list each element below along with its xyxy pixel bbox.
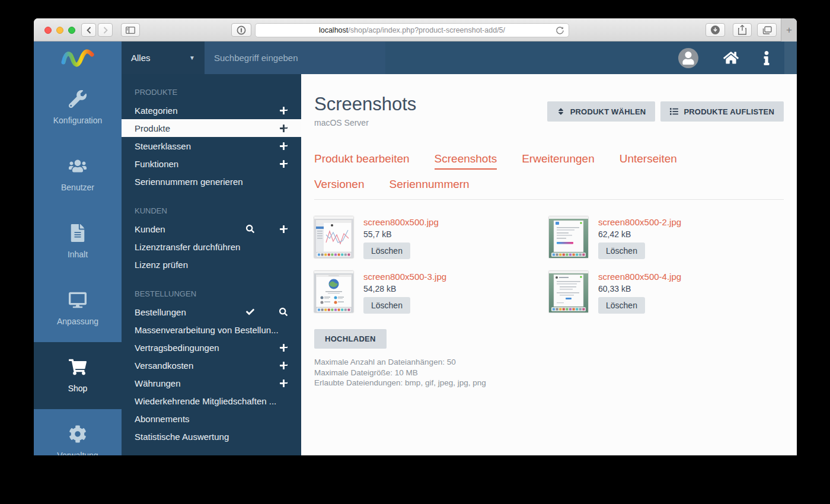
menu-section-title-produkte: PRODUKTE	[122, 84, 301, 101]
check-icon[interactable]	[245, 308, 255, 316]
plus-icon[interactable]	[279, 124, 288, 133]
plus-icon[interactable]	[279, 142, 288, 151]
menu-item-produkte[interactable]: Produkte	[122, 119, 301, 137]
menu-item-massenverarbeitung-von-bestellun[interactable]: Massenverarbeitung von Bestellun...	[122, 321, 301, 339]
monitor-icon	[69, 291, 87, 309]
sidebar-toggle-button[interactable]	[121, 23, 140, 37]
screenshot-filename-link[interactable]: screen800x500-4.jpg	[598, 271, 681, 282]
user-icon	[682, 52, 694, 65]
tabs-overview-button[interactable]	[757, 23, 777, 37]
home-icon[interactable]	[723, 51, 739, 65]
menu-item-kunden[interactable]: Kunden	[122, 220, 301, 238]
tab-produkt-bearbeiten[interactable]: Produkt bearbeiten	[314, 152, 410, 170]
acp-body: Konfiguration Benutzer Inhalt Anpassung …	[34, 74, 797, 455]
sidebar-item-anpassung[interactable]: Anpassung	[34, 275, 122, 342]
url-field[interactable]: localhost/shop/acp/index.php?product-scr…	[255, 23, 569, 37]
menu-item-label: Statistische Auswertung	[135, 432, 283, 442]
menu-item-label: Abonnements	[135, 414, 283, 424]
menu-item-label: Lizenz prüfen	[135, 260, 283, 270]
produkt-w-hlen-button[interactable]: PRODUKT WÄHLEN	[547, 101, 656, 122]
upload-button[interactable]: HOCHLADEN	[314, 329, 387, 349]
delete-button[interactable]: Löschen	[363, 297, 410, 314]
plus-icon[interactable]	[279, 379, 288, 388]
plus-icon[interactable]	[279, 106, 288, 115]
tab-erweiterungen[interactable]: Erweiterungen	[522, 152, 595, 170]
page-title: Screenshots	[314, 93, 416, 116]
search-input[interactable]	[205, 42, 385, 74]
reload-icon[interactable]	[556, 26, 564, 35]
screenshot-item: screen800x500-2.jpg 62,42 kB Löschen	[549, 216, 784, 259]
plus-icon[interactable]	[279, 361, 288, 370]
password-extension-button[interactable]	[231, 23, 251, 37]
info-icon[interactable]	[764, 51, 770, 65]
search-box	[205, 42, 385, 74]
delete-button[interactable]: Löschen	[598, 297, 645, 314]
delete-button[interactable]: Löschen	[363, 243, 410, 259]
menu-sidebar: PRODUKTE Kategorien Produkte Steuerklass…	[122, 74, 301, 455]
search-icon	[246, 225, 254, 233]
downloads-button[interactable]	[706, 23, 725, 37]
menu-item-abonnements[interactable]: Abonnements	[122, 410, 301, 428]
screenshot-thumbnail[interactable]	[549, 216, 588, 258]
plus-icon[interactable]	[279, 343, 288, 352]
share-button[interactable]	[733, 23, 752, 37]
user-avatar[interactable]	[678, 48, 698, 68]
page-scrollbar-track[interactable]	[784, 42, 797, 74]
search-scope-dropdown[interactable]: Alles ▼	[122, 42, 205, 74]
menu-item-steuerklassen[interactable]: Steuerklassen	[122, 137, 301, 155]
search-icon[interactable]	[279, 308, 288, 316]
menu-item-vertragsbedingungen[interactable]: Vertragsbedingungen	[122, 339, 301, 356]
tab-seriennummern[interactable]: Seriennummern	[390, 178, 470, 194]
sidebar-item-konfiguration[interactable]: Konfiguration	[34, 74, 122, 141]
search-icon[interactable]	[245, 225, 255, 234]
document-icon	[69, 224, 87, 242]
menu-item-kategorien[interactable]: Kategorien	[122, 101, 301, 119]
minimize-window-button[interactable]	[56, 27, 63, 34]
screenshot-thumbnail[interactable]	[549, 271, 588, 312]
new-tab-button[interactable]: +	[781, 18, 797, 42]
back-button[interactable]	[81, 23, 96, 37]
menu-section-title-bestellungen: BESTELLUNGEN	[122, 285, 301, 303]
menu-item-lizenz-pr-fen[interactable]: Lizenz prüfen	[122, 256, 301, 273]
sidebar-icon	[126, 27, 135, 34]
upload-info-line: Maximale Dateigröße: 10 MB	[314, 368, 784, 378]
menu-item-label: Bestellungen	[135, 307, 241, 317]
screenshot-filename-link[interactable]: screen800x500.jpg	[363, 216, 439, 228]
screenshot-filename-link[interactable]: screen800x500-2.jpg	[598, 216, 681, 228]
plus-icon[interactable]	[279, 225, 288, 234]
sidebar-item-verwaltung[interactable]: Verwaltung	[34, 409, 122, 455]
close-window-button[interactable]	[44, 27, 52, 34]
tab-screenshots[interactable]: Screenshots	[435, 152, 497, 170]
url-host: localhost	[319, 26, 348, 34]
screenshot-info: screen800x500-2.jpg 62,42 kB Löschen	[598, 216, 681, 259]
menu-item-versandkosten[interactable]: Versandkosten	[122, 356, 301, 374]
tab-versionen[interactable]: Versionen	[314, 178, 365, 194]
zoom-window-button[interactable]	[68, 27, 75, 34]
button-label: PRODUKTE AUFLISTEN	[684, 107, 774, 116]
sidebar-item-benutzer[interactable]: Benutzer	[34, 141, 122, 208]
sidebar-item-inhalt[interactable]: Inhalt	[34, 208, 122, 275]
menu-item-seriennummern-generieren[interactable]: Seriennummern generieren	[122, 173, 301, 190]
menu-item-w-hrungen[interactable]: Währungen	[122, 374, 301, 392]
tab-unterseiten[interactable]: Unterseiten	[620, 152, 677, 170]
produkte-auflisten-button[interactable]: PRODUKTE AUFLISTEN	[660, 101, 784, 122]
screenshot-thumbnail[interactable]	[314, 216, 353, 258]
search-icon	[279, 308, 288, 316]
list-icon	[670, 107, 678, 116]
menu-item-label: Währungen	[135, 378, 274, 388]
acp-logo[interactable]	[34, 42, 122, 74]
forward-button[interactable]	[98, 23, 113, 37]
menu-item-funktionen[interactable]: Funktionen	[122, 155, 301, 173]
menu-item-wiederkehrende-mitgliedschaften[interactable]: Wiederkehrende Mitgliedschaften ...	[122, 392, 301, 410]
menu-item-bestellungen[interactable]: Bestellungen	[122, 303, 301, 321]
screenshot-thumbnail[interactable]	[314, 271, 353, 312]
screenshot-filename-link[interactable]: screen800x500-3.jpg	[363, 271, 446, 282]
sidebar-item-label: Benutzer	[61, 183, 94, 192]
menu-item-lizenztransfer-durchf-hren[interactable]: Lizenztransfer durchführen	[122, 238, 301, 256]
upload-info-line: Maximale Anzahl an Dateianhängen: 50	[314, 357, 784, 368]
sidebar-item-shop[interactable]: Shop	[34, 342, 122, 409]
delete-button[interactable]: Löschen	[598, 243, 645, 259]
plus-icon[interactable]	[279, 160, 288, 168]
share-icon	[738, 25, 746, 35]
menu-item-statistische-auswertung[interactable]: Statistische Auswertung	[122, 428, 301, 445]
